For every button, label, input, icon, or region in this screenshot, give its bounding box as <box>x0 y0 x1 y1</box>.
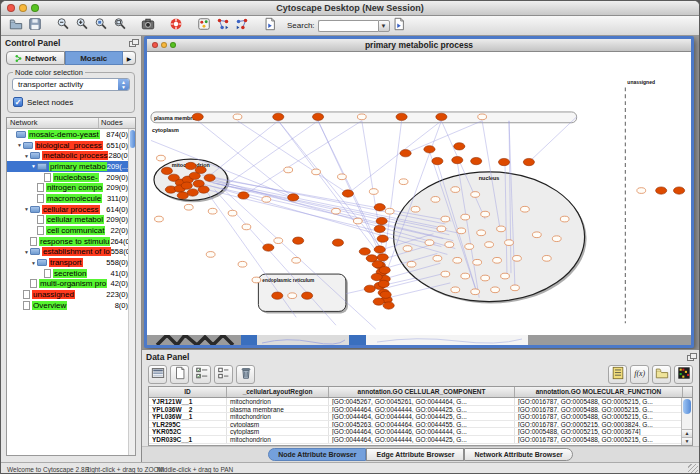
minimize-button[interactable] <box>19 4 27 12</box>
tree-node-label: establishment of lo <box>42 247 111 256</box>
network-tree-row[interactable]: cell communicat22(0) <box>7 225 135 236</box>
network-tree-row[interactable]: ▼primary metabo209(... <box>7 161 135 172</box>
file-icon <box>23 290 30 299</box>
column-header[interactable]: _cellularLayoutRegion <box>227 387 329 397</box>
open-folder-button[interactable] <box>6 17 25 35</box>
float-data-panel-icon[interactable] <box>687 353 695 360</box>
attribute-row[interactable]: YPL036W__2plasma membrane[GO:0044464, GO… <box>149 406 692 414</box>
expand-arrow-icon[interactable]: ▼ <box>30 163 37 169</box>
help-lifering-button[interactable] <box>166 17 185 35</box>
network-tree-row[interactable]: response to stimulu264(0) <box>7 236 135 247</box>
attribute-matrix-button[interactable] <box>608 365 627 384</box>
expand-arrow-icon[interactable]: ▼ <box>30 260 37 266</box>
attribute-row[interactable]: YPL036W__1mitochondrion[GO:0044464, GO:0… <box>149 413 692 421</box>
attribute-cell: YKR052C <box>149 428 227 435</box>
vizmapper-button[interactable] <box>194 17 213 35</box>
resize-grip[interactable] <box>688 464 698 474</box>
network-tree-row[interactable]: ▼biological_process651(0) <box>7 140 135 151</box>
network-tree-row[interactable]: cellular metabol209(0) <box>7 215 135 226</box>
tab-mosaic[interactable]: Mosaic <box>65 51 124 65</box>
column-header[interactable]: annotation.GO CELLULAR_COMPONENT <box>329 387 515 397</box>
network-tree-row[interactable]: secretion41(0) <box>7 268 135 279</box>
network-tree-row[interactable]: ▼transport558(0) <box>7 257 135 268</box>
zoom-out-button[interactable] <box>53 17 72 35</box>
status-welcome: Welcome to Cytoscape 2.8.1 <box>7 466 90 473</box>
close-button[interactable] <box>7 4 15 12</box>
network-tree-row[interactable]: multi-organism pro42(0) <box>7 279 135 290</box>
attribute-row[interactable]: YDR039C__1mitochondrion[GO:0044464, GO:0… <box>149 436 692 444</box>
network-tree-row[interactable]: macromolecule311(0) <box>7 193 135 204</box>
network-tree-row[interactable]: mosaic-demo-yeast874(0) <box>7 129 135 140</box>
tab-node-attribute-browser[interactable]: Node Attribute Browser <box>268 448 366 461</box>
search-label: Search: <box>287 21 315 30</box>
attribute-row[interactable]: YJR121W__1mitochondrion[GO:0045267, GO:0… <box>149 398 692 406</box>
scroll-up-arrow[interactable]: ▲ <box>682 429 692 437</box>
tree-node-count: 41(0) <box>110 269 128 278</box>
expand-arrow-icon[interactable]: ▼ <box>23 206 30 212</box>
camera-snapshot-button[interactable] <box>138 17 157 35</box>
tab-network-attribute-browser[interactable]: Network Attribute Browser <box>464 448 572 461</box>
select-attributes-button[interactable] <box>192 365 211 384</box>
network-tree-row[interactable]: Overview8(0) <box>7 300 135 311</box>
network-view-window[interactable]: primary metabolic process plasma membran… <box>144 36 694 348</box>
zoom-in-button[interactable] <box>72 17 91 35</box>
tab-edge-attribute-browser[interactable]: Edge Attribute Browser <box>366 448 464 461</box>
table-scrollbar[interactable]: ▲ ▼ <box>681 398 692 445</box>
network-window-titlebar[interactable]: primary metabolic process <box>147 39 691 52</box>
attribute-row[interactable]: YLR295Ccytoplasm[GO:0045263, GO:0044464,… <box>149 421 692 429</box>
new-attribute-button[interactable] <box>170 365 189 384</box>
delete-attribute-trash-button[interactable] <box>236 365 255 384</box>
attribute-browser-tabs: Node Attribute Browser Edge Attribute Br… <box>142 446 699 462</box>
attribute-table-button[interactable] <box>148 365 167 384</box>
tree-node-count: 209(... <box>107 162 128 171</box>
node-color-dropdown[interactable]: transporter activity ▲▼ <box>12 78 130 91</box>
tree-node-count: 22(0) <box>110 226 128 235</box>
tree-node-count: 311(0) <box>107 194 128 203</box>
nw-zoom-button[interactable] <box>170 42 176 48</box>
search-config-button[interactable] <box>390 17 409 35</box>
zoom-button[interactable] <box>31 4 39 12</box>
tree-node-label: unassigned <box>32 290 75 299</box>
attribute-heatmap-button[interactable] <box>674 365 693 384</box>
network-tree-row[interactable]: nitrogen compo209(0) <box>7 182 135 193</box>
network-tree-row[interactable]: ▼establishment of lo558(0) <box>7 247 135 258</box>
file-icon <box>37 215 44 224</box>
column-header[interactable]: ID <box>149 387 227 397</box>
zoom-in-icon <box>75 17 89 35</box>
select-nodes-checkbox[interactable]: ✓ <box>13 97 23 107</box>
attribute-row[interactable]: YKR052Ccytoplasm[GO:0044464, GO:0044446,… <box>149 428 692 436</box>
zoom-fit-button[interactable] <box>110 17 129 35</box>
layout-hierarchic-button[interactable] <box>232 17 251 35</box>
column-header[interactable]: annotation.GO MOLECULAR_FUNCTION <box>515 387 683 397</box>
zoom-selected-button[interactable] <box>91 17 110 35</box>
network-tree-row[interactable]: ▼cellular process614(0) <box>7 204 135 215</box>
save-button[interactable] <box>25 17 44 35</box>
expand-arrow-icon[interactable]: ▼ <box>23 249 30 255</box>
unselect-attributes-button[interactable] <box>214 365 233 384</box>
status-bar: Welcome to Cytoscape 2.8.1 Right-click +… <box>1 462 699 474</box>
tab-network[interactable]: Network <box>6 51 65 65</box>
nw-close-button[interactable] <box>152 42 158 48</box>
network-canvas[interactable]: plasma membranecytoplasmmitochondrionnuc… <box>147 52 691 335</box>
tree-node-label: multi-organism pro <box>39 279 107 288</box>
tab-scroll-right[interactable]: ▶ <box>123 51 136 65</box>
network-tree-row[interactable]: unassigned223(0) <box>7 289 135 300</box>
search-dropdown-arrow[interactable]: ▼ <box>378 20 390 32</box>
help-lifering-icon <box>169 17 183 35</box>
nw-minimize-button[interactable] <box>161 42 167 48</box>
layout-organic-button[interactable] <box>213 17 232 35</box>
app-titlebar: Cytoscape Desktop (New Session) <box>1 1 699 16</box>
import-attributes-folder-button[interactable] <box>652 365 671 384</box>
attribute-cell: [GO:0044464, GO:0044444, GO:0044425, G..… <box>329 406 515 413</box>
search-input[interactable] <box>318 20 378 32</box>
network-tree-row[interactable]: nucleobase-209(0) <box>7 172 135 183</box>
folder-icon <box>23 142 33 149</box>
scroll-down-arrow[interactable]: ▼ <box>682 437 692 445</box>
float-panel-icon[interactable] <box>129 39 137 46</box>
expand-arrow-icon[interactable]: ▼ <box>16 142 23 148</box>
expand-arrow-icon[interactable]: ▼ <box>23 153 30 159</box>
network-tree-row[interactable]: ▼metabolic process280(0) <box>7 150 135 161</box>
annotation-page-button[interactable] <box>260 17 279 35</box>
tree-scrollbar[interactable] <box>128 129 135 455</box>
function-builder-button[interactable]: f(x) <box>630 365 649 384</box>
